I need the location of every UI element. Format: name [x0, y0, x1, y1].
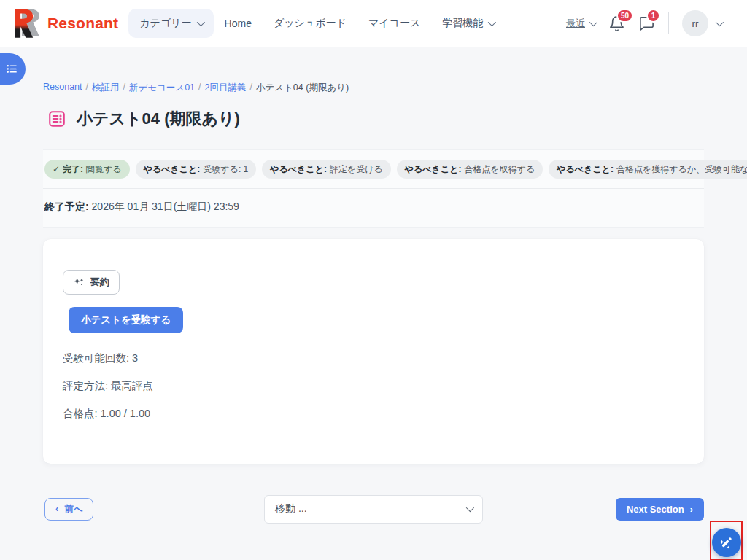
badge-value: 閲覧する	[86, 163, 122, 176]
chevron-down-icon	[466, 504, 474, 512]
sparkle-icon	[73, 276, 85, 288]
magic-wand-icon	[719, 534, 735, 551]
quiz-icon	[47, 109, 66, 128]
badge-label: やるべきこと:	[405, 163, 462, 176]
breadcrumb-link[interactable]: 新デモコース01	[129, 82, 195, 94]
activity-navigation: ‹ 前へ 移動 ... Next Section ›	[43, 494, 704, 524]
completion-todo-badge: やるべきこと: 評定を受ける	[262, 160, 391, 179]
nav-item-label: カテゴリー	[139, 17, 191, 30]
attempt-quiz-button[interactable]: 小テストを受験する	[69, 307, 183, 333]
open-course-index-button[interactable]	[0, 53, 26, 85]
chevron-left-icon: ‹	[55, 504, 58, 514]
breadcrumb-current: 小テスト04 (期限あり)	[256, 82, 349, 94]
breadcrumb-separator: /	[198, 82, 201, 94]
activity-dates: 終了予定: 2026年 01月 31日(土曜日) 23:59	[43, 189, 704, 227]
message-count-badge: 1	[646, 9, 660, 23]
jump-to-value: 移動 ...	[275, 502, 307, 516]
nav-item-label: 学習機能	[442, 17, 483, 30]
avatar: rr	[682, 10, 708, 36]
activity-information: ✓ 完了: 閲覧する やるべきこと: 受験する: 1 やるべきこと: 評定を受け…	[43, 149, 704, 228]
prev-button-label: 前へ	[64, 503, 82, 516]
nav-item-label: ダッシュボード	[274, 17, 347, 30]
nav-item-dashboard[interactable]: ダッシュボード	[263, 9, 357, 38]
badge-label: やるべきこと:	[270, 163, 327, 176]
jump-to-select[interactable]: 移動 ...	[264, 495, 483, 524]
notifications-button[interactable]: 50	[608, 15, 625, 32]
badge-label: やるべきこと:	[557, 163, 614, 176]
chevron-down-icon	[589, 18, 597, 26]
due-date-value: 2026年 01月 31日(土曜日) 23:59	[92, 201, 239, 212]
chevron-down-icon	[196, 18, 204, 26]
ai-summary-button[interactable]: 要約	[63, 270, 120, 295]
messages-button[interactable]: 1	[638, 15, 655, 32]
check-icon: ✓	[53, 164, 60, 174]
page-content: Resonant / 検証用 / 新デモコース01 / 2回目講義 / 小テスト…	[43, 47, 704, 524]
breadcrumb-separator: /	[86, 82, 88, 94]
badge-value: 合格点を獲得するか、受験可能なすべての受験を完了する	[616, 163, 747, 176]
page-title: 小テスト04 (期限あり)	[77, 108, 240, 130]
ai-assistant-button[interactable]	[712, 528, 741, 557]
due-date-label: 終了予定:	[44, 201, 89, 212]
previous-activity-button[interactable]: ‹ 前へ	[44, 498, 93, 521]
badge-label: 完了:	[63, 163, 83, 176]
brand-name: Resonant	[47, 15, 118, 32]
chevron-down-icon	[488, 18, 496, 26]
divider	[735, 12, 735, 34]
nav-item-categories[interactable]: カテゴリー	[128, 9, 213, 38]
divider	[668, 12, 669, 34]
completion-badges-row: ✓ 完了: 閲覧する やるべきこと: 受験する: 1 やるべきこと: 評定を受け…	[43, 150, 704, 187]
grading-method-line: 評定方法: 最高評点	[63, 379, 684, 393]
activity-title-row: 小テスト04 (期限あり)	[43, 108, 704, 130]
nav-item-mycourses[interactable]: マイコース	[357, 9, 431, 38]
completion-done-badge: ✓ 完了: 閲覧する	[44, 160, 130, 179]
nav-item-label: マイコース	[368, 17, 420, 30]
completion-todo-badge: やるべきこと: 合格点を獲得するか、受験可能なすべての受験を完了する	[549, 160, 747, 179]
chevron-right-icon: ›	[690, 504, 693, 515]
badge-label: やるべきこと:	[144, 163, 201, 176]
completion-todo-badge: やるべきこと: 合格点を取得する	[397, 160, 543, 179]
user-menu[interactable]: rr	[682, 10, 721, 36]
chevron-down-icon	[716, 18, 724, 26]
breadcrumb: Resonant / 検証用 / 新デモコース01 / 2回目講義 / 小テスト…	[43, 82, 704, 94]
nav-item-label: Home	[225, 18, 252, 29]
completion-todo-badge: やるべきこと: 受験する: 1	[136, 160, 257, 179]
resonant-logo-icon	[15, 8, 41, 39]
badge-value: 受験する: 1	[203, 163, 248, 176]
breadcrumb-separator: /	[123, 82, 125, 94]
grade-to-pass-line: 合格点: 1.00 / 1.00	[63, 407, 684, 421]
quiz-card: 要約 小テストを受験する 受験可能回数: 3 評定方法: 最高評点 合格点: 1…	[43, 239, 704, 464]
next-button-label: Next Section	[627, 504, 684, 515]
badge-value: 評定を受ける	[330, 163, 383, 176]
nav-item-learning-features[interactable]: 学習機能	[431, 9, 505, 38]
quiz-meta: 受験可能回数: 3 評定方法: 最高評点 合格点: 1.00 / 1.00	[63, 351, 684, 421]
breadcrumb-link[interactable]: 2回目講義	[205, 82, 247, 94]
badge-value: 合格点を取得する	[464, 163, 535, 176]
recent-dropdown[interactable]: 最近	[566, 17, 595, 30]
recent-label: 最近	[566, 17, 585, 30]
click-annotation-box	[710, 521, 743, 560]
main-nav: カテゴリー Home ダッシュボード マイコース 学習機能	[128, 9, 505, 38]
nav-item-home[interactable]: Home	[214, 9, 263, 37]
breadcrumb-separator: /	[250, 82, 252, 94]
summary-button-label: 要約	[90, 276, 109, 289]
breadcrumb-link[interactable]: 検証用	[92, 82, 120, 94]
top-navbar: Resonant カテゴリー Home ダッシュボード マイコース 学習機能 最…	[0, 0, 747, 47]
attempts-allowed-line: 受験可能回数: 3	[63, 351, 684, 365]
breadcrumb-link[interactable]: Resonant	[43, 82, 82, 94]
notification-count-badge: 50	[616, 9, 633, 23]
next-section-button[interactable]: Next Section ›	[616, 498, 704, 521]
list-icon	[6, 63, 18, 75]
brand-logo[interactable]: Resonant	[15, 8, 118, 39]
